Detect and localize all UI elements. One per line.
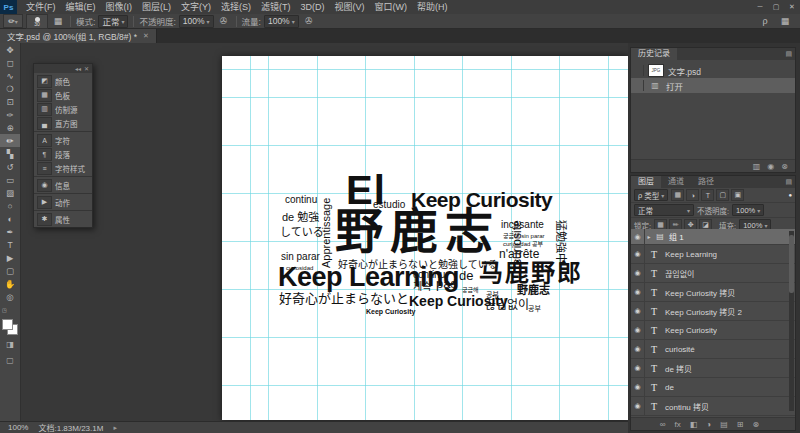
layer-row[interactable]: ◉Tcuriosité [631, 340, 795, 359]
minimize-button[interactable]: ─ [752, 0, 768, 14]
history-item[interactable]: JPG文字.psd [631, 63, 795, 78]
status-chevron-icon[interactable]: ▸ [113, 424, 117, 432]
panel-shortcut-color[interactable]: ◩颜色 [34, 74, 92, 88]
tool-path-selection[interactable]: ▶ [0, 251, 20, 264]
visibility-eye-icon[interactable]: ◉ [631, 283, 645, 301]
workspace-switcher-icon[interactable]: ▦ [778, 16, 792, 26]
airbrush-icon[interactable]: ✇ [302, 16, 316, 26]
tool-crop[interactable]: ⊡ [0, 95, 20, 108]
tool-gradient[interactable]: ▨ [0, 186, 20, 199]
menu-item[interactable]: 窗口(W) [370, 0, 413, 14]
layer-row[interactable]: ◉TKeep Curiosity 拷贝 2 [631, 302, 795, 321]
filter-toggle-icon[interactable]: ● [788, 192, 792, 198]
menu-item[interactable]: 图像(I) [101, 0, 138, 14]
canvas[interactable]: continuElestudioKeep Curiosityde 勉強しているA… [222, 56, 628, 420]
zoom-level[interactable]: 100% [8, 423, 28, 432]
panel-shortcut-properties[interactable]: ✱属性 [34, 212, 92, 226]
visibility-eye-icon[interactable]: ◉ [631, 229, 645, 244]
visibility-eye-icon[interactable]: ◉ [631, 245, 645, 263]
panel-menu-icon[interactable]: ▤ [785, 178, 792, 186]
document-tab[interactable]: 文字.psd @ 100%(组 1, RGB/8#) * ✕ [0, 29, 157, 43]
maximize-button[interactable]: ▢ [768, 0, 784, 14]
filter-pixel-icon[interactable]: ▦ [671, 189, 684, 201]
tool-healing-brush[interactable]: ⊕ [0, 121, 20, 134]
layer-row[interactable]: ◉TKeep Curiosity 拷贝 [631, 283, 795, 302]
tool-history-brush[interactable]: ↺ [0, 160, 20, 173]
layer-row[interactable]: ◉Tcontinu 拷贝 [631, 397, 795, 416]
default-colors-icon[interactable]: ◳ [2, 307, 10, 313]
layer-row[interactable]: ◉Tde [631, 378, 795, 397]
tool-eraser[interactable]: ▭ [0, 173, 20, 186]
tool-brush[interactable]: ✏ [0, 134, 20, 147]
flow-select[interactable]: 100%▾ [264, 15, 299, 28]
group-icon[interactable]: ▤ [720, 420, 728, 429]
panel-shortcut-character[interactable]: A字符 [34, 133, 92, 147]
layers-opacity-select[interactable]: 100% ▾ [732, 204, 764, 216]
layer-row[interactable]: ◉T끊임없이 [631, 264, 795, 283]
menu-item[interactable]: 滤镜(T) [256, 0, 296, 14]
tool-dodge[interactable]: ◐ [0, 212, 20, 225]
link-icon[interactable]: ∞ [660, 420, 666, 429]
foreground-color-swatch[interactable] [2, 319, 13, 330]
tool-shape[interactable]: ▢ [0, 264, 20, 277]
history-source-cell[interactable] [634, 80, 644, 91]
tool-zoom[interactable]: ◎ [0, 290, 20, 303]
brush-tool-preview-icon[interactable]: ✏▾ [3, 14, 23, 28]
close-icon[interactable]: ✕ [84, 65, 89, 72]
brush-preset-picker[interactable]: 30 [26, 14, 48, 29]
panel-shortcut-character-styles[interactable]: ≡字符样式 [34, 161, 92, 175]
layer-row[interactable]: ◉TKeep Curiosity [631, 321, 795, 340]
quick-mask-icon[interactable]: ◨ [0, 338, 20, 351]
panel-shortcut-info[interactable]: ◉信息 [34, 178, 92, 192]
collapse-icon[interactable]: ◂◂ [75, 65, 81, 72]
menu-item[interactable]: 选择(S) [216, 0, 256, 14]
tool-quick-selection[interactable]: ❍ [0, 82, 20, 95]
tool-eyedropper[interactable]: ✑ [0, 108, 20, 121]
filter-adjustment-icon[interactable]: ◑ [686, 189, 699, 201]
new-doc-from-state-icon[interactable]: ▥ [753, 162, 761, 171]
mode-select[interactable]: 正常▾ [98, 15, 128, 28]
tab-channels[interactable]: 通道 [661, 176, 691, 188]
opacity-select[interactable]: 100%▾ [179, 15, 214, 28]
delete-icon[interactable]: ⊗ [752, 420, 759, 429]
menu-item[interactable]: 文件(F) [21, 0, 61, 14]
search-icon[interactable]: ρ [758, 16, 772, 26]
menu-item[interactable]: 帮助(H) [412, 0, 453, 14]
panel-shortcut-actions[interactable]: ▶动作 [34, 195, 92, 209]
layers-scrollbar[interactable] [789, 231, 794, 411]
tool-blur[interactable]: ○ [0, 199, 20, 212]
menu-item[interactable]: 视图(V) [330, 0, 370, 14]
delete-icon[interactable]: ⊗ [781, 162, 788, 171]
history-source-cell[interactable] [634, 65, 644, 76]
filter-type-icon[interactable]: T [701, 189, 714, 201]
screen-mode-icon[interactable]: ▢ [0, 354, 20, 367]
visibility-eye-icon[interactable]: ◉ [631, 264, 645, 282]
effects-icon[interactable]: fx [675, 420, 681, 429]
menu-item[interactable]: 3D(D) [296, 0, 330, 14]
visibility-eye-icon[interactable]: ◉ [631, 321, 645, 339]
toggle-brush-panel-icon[interactable]: ▦ [51, 16, 65, 26]
layer-row[interactable]: ◉Tde 拷贝 [631, 359, 795, 378]
pressure-opacity-icon[interactable]: ✇ [217, 16, 231, 26]
tool-clone-stamp[interactable]: ▚ [0, 147, 20, 160]
tool-pen[interactable]: ✒ [0, 225, 20, 238]
layer-group-row[interactable]: ◉▸▤组 1 [631, 229, 795, 245]
filter-kind-select[interactable]: ρ 类型 ▾ [634, 189, 668, 201]
menu-item[interactable]: 图层(L) [137, 0, 176, 14]
blend-mode-select[interactable]: 正常 ▾ [634, 204, 694, 216]
tab-paths[interactable]: 路径 [691, 176, 721, 188]
tool-hand[interactable]: ✋ [0, 277, 20, 290]
visibility-eye-icon[interactable]: ◉ [631, 302, 645, 320]
close-button[interactable]: ✕ [784, 0, 800, 14]
visibility-eye-icon[interactable]: ◉ [631, 378, 645, 396]
menu-item[interactable]: 编辑(E) [61, 0, 101, 14]
panel-shortcut-clone-source[interactable]: ▥仿制源 [34, 102, 92, 116]
new-snapshot-icon[interactable]: ◉ [767, 162, 774, 171]
visibility-eye-icon[interactable]: ◉ [631, 397, 645, 415]
close-tab-icon[interactable]: ✕ [143, 32, 149, 40]
expander-icon[interactable]: ▸ [645, 233, 653, 240]
panel-shortcut-histogram[interactable]: ▄直方图 [34, 116, 92, 130]
filter-smart-icon[interactable]: ▣ [731, 189, 744, 201]
visibility-eye-icon[interactable]: ◉ [631, 340, 645, 358]
tab-history[interactable]: 历史记录 [631, 48, 677, 60]
